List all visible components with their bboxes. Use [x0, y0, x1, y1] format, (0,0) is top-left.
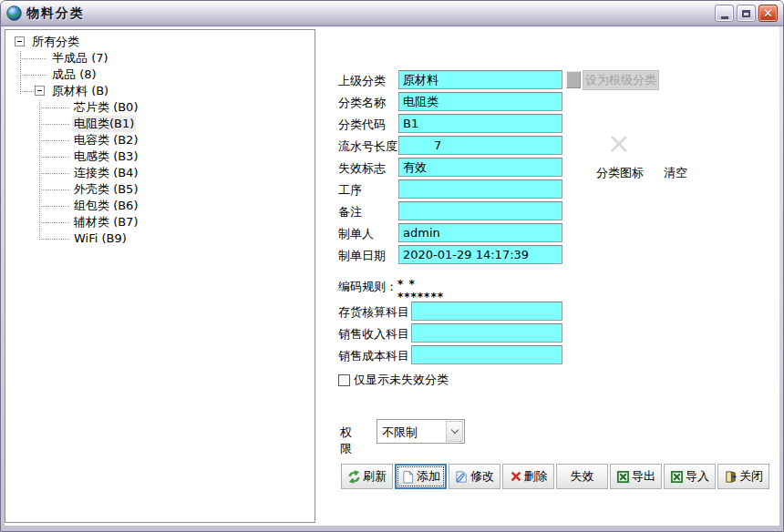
tree-item[interactable]: 外壳类 (B5) [5, 181, 315, 198]
field-row: 失效标志 [316, 158, 779, 177]
sales-cost-account-input[interactable] [411, 345, 562, 364]
tree-item[interactable]: 芯片类 (B0) [5, 99, 315, 116]
field-row: 备注 [316, 201, 779, 220]
tree-connector-line [39, 189, 69, 190]
sales-income-account-input[interactable] [411, 323, 562, 343]
creator-input[interactable] [398, 223, 562, 242]
sales-cost-account-label: 销售成本科目 [338, 348, 409, 364]
export-button[interactable]: 导出 [610, 464, 662, 489]
browse-parent-category-button[interactable] [566, 71, 581, 88]
invalidate-button[interactable]: 失效 [556, 464, 608, 489]
tree-connector-line [39, 206, 69, 207]
maximize-button[interactable] [737, 5, 756, 22]
field-row: 制单人 [316, 223, 779, 242]
sales-income-account-label: 销售收入科目 [338, 326, 409, 343]
serial-length-input[interactable] [398, 136, 562, 155]
tree-item[interactable]: 电容类 (B2) [5, 132, 315, 148]
category-code-label: 分类代码 [338, 117, 386, 133]
account-fields: 存货核算科目销售收入科目销售成本科目 [316, 302, 779, 367]
modify-button[interactable]: 修改 [449, 464, 500, 489]
field-row: 工序 [316, 179, 779, 199]
tree-item[interactable]: 成品 (8) [5, 66, 315, 83]
clear-icon-link[interactable]: 清空 [664, 166, 687, 179]
minimize-button[interactable] [715, 5, 734, 22]
field-row: 分类代码 [316, 114, 779, 133]
create-date-input[interactable] [398, 245, 562, 264]
tree-item[interactable]: 半成品 (7) [5, 50, 315, 66]
tree-item-label[interactable]: 电感类 (B3) [72, 148, 139, 165]
field-row: 上级分类设为根级分类 [316, 70, 779, 89]
category-code-input[interactable] [398, 114, 562, 133]
refresh-icon [347, 470, 361, 484]
tree-item-label[interactable]: 连接类 (B4) [72, 165, 139, 181]
inventory-account-input[interactable] [411, 302, 562, 321]
category-form: 上级分类设为根级分类分类名称分类代码流水号长度失效标志工序备注制单人制单日期 分… [316, 27, 779, 526]
tree-connector-line [39, 173, 69, 174]
tree-item-label[interactable]: 成品 (8) [50, 66, 98, 83]
refresh-button[interactable]: 刷新 [341, 464, 393, 489]
tree-item-label[interactable]: 外壳类 (B5) [72, 181, 139, 198]
add-page-icon [401, 470, 415, 484]
toolbar-button-label: 导出 [632, 468, 655, 485]
toolbar-button-label: 添加 [417, 468, 440, 485]
tree-item[interactable]: 辅材类 (B7) [5, 214, 315, 230]
tree-item-label[interactable]: 辅材类 (B7) [72, 214, 139, 230]
tree-item-label[interactable]: 芯片类 (B0) [72, 99, 139, 116]
tree-collapse-icon[interactable] [35, 86, 45, 96]
permission-value: 不限制 [382, 425, 418, 441]
serial-length-label: 流水号长度 [338, 138, 397, 155]
toolbar-button-label: 关闭 [739, 468, 763, 485]
field-row: 分类名称 [316, 92, 779, 111]
tree-item-label[interactable]: 电容类 (B2) [72, 132, 139, 148]
category-name-input[interactable] [398, 92, 562, 111]
tree-item-label[interactable]: 组包类 (B6) [72, 198, 139, 214]
parent-category-input[interactable] [398, 70, 562, 89]
tree-item-label[interactable]: 电阻类(B1) [72, 116, 136, 132]
window-title: 物料分类 [26, 5, 85, 22]
tree-item[interactable]: 组包类 (B6) [5, 198, 315, 214]
tree-item-label[interactable]: 所有分类 [30, 34, 81, 50]
remark-input[interactable] [398, 201, 562, 220]
tree-connector-line [39, 239, 69, 240]
inventory-account-label: 存货核算科目 [338, 304, 409, 321]
tree-connector-line [39, 107, 69, 108]
chevron-down-icon[interactable] [446, 421, 463, 442]
tree-connector-line [39, 157, 69, 158]
import-button[interactable]: 导入 [664, 464, 716, 489]
close-form-button[interactable]: 关闭 [717, 464, 769, 489]
tree-item[interactable]: 所有分类 [5, 34, 315, 50]
category-image-placeholder-icon[interactable] [609, 134, 629, 154]
tree-item[interactable]: 原材料 (B) [5, 83, 315, 99]
field-row: 流水号长度 [316, 136, 779, 155]
edit-page-icon [455, 470, 469, 484]
process-input[interactable] [398, 179, 562, 199]
toolbar-button-label: 失效 [571, 468, 594, 485]
toolbar: 刷新添加修改删除失效导出导入关闭 [341, 464, 769, 489]
remark-label: 备注 [338, 204, 362, 220]
show-valid-only-checkbox[interactable] [338, 374, 350, 386]
field-row: 销售收入科目 [316, 323, 779, 343]
add-button[interactable]: 添加 [395, 464, 447, 489]
tree-item-label[interactable]: 半成品 (7) [50, 50, 110, 66]
close-button[interactable]: ✕ [758, 5, 778, 22]
category-tree[interactable]: 所有分类半成品 (7)成品 (8)原材料 (B)芯片类 (B0)电阻类(B1)电… [5, 29, 315, 523]
excel-icon [616, 470, 630, 484]
creator-label: 制单人 [338, 226, 374, 242]
permission-select[interactable]: 不限制 [377, 419, 465, 444]
tree-item[interactable]: WiFi (B9) [5, 230, 315, 247]
permission-label: 权限 [340, 425, 352, 457]
tree-item[interactable]: 连接类 (B4) [5, 165, 315, 181]
field-row: 制单日期 [316, 245, 779, 264]
tree-item[interactable]: 电阻类(B1) [5, 116, 315, 132]
tree-collapse-icon[interactable] [15, 36, 25, 46]
tree-item-label[interactable]: WiFi (B9) [72, 230, 129, 247]
toolbar-button-label: 删除 [524, 468, 548, 485]
tree-item-label[interactable]: 原材料 (B) [50, 83, 110, 99]
invalid-flag-input[interactable] [398, 158, 562, 177]
set-root-category-button[interactable]: 设为根级分类 [583, 70, 659, 90]
tree-connector-line [39, 124, 69, 125]
tree-item[interactable]: 电感类 (B3) [5, 148, 315, 165]
main-fields: 上级分类设为根级分类分类名称分类代码流水号长度失效标志工序备注制单人制单日期 [316, 70, 779, 267]
delete-button[interactable]: 删除 [502, 464, 554, 489]
tree-connector-line [39, 222, 69, 223]
